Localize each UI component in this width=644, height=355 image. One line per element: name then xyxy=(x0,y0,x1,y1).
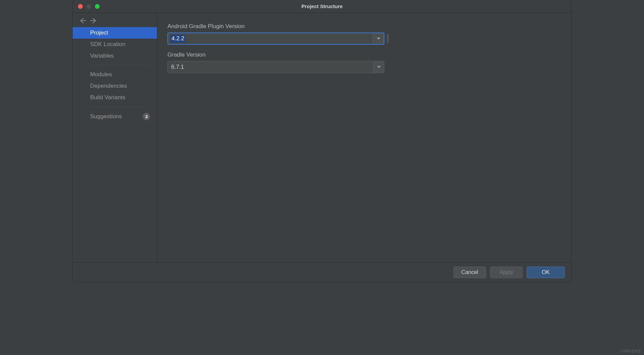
window-body: Project SDK Location Variables Modules D… xyxy=(73,13,571,262)
sidebar-item-modules[interactable]: Modules xyxy=(73,69,157,80)
sidebar-item-sdk-location[interactable]: SDK Location xyxy=(73,39,157,50)
agp-version-label: Android Gradle Plugin Version xyxy=(167,23,561,30)
sidebar-divider xyxy=(90,65,150,65)
gradle-version-combobox[interactable] xyxy=(167,61,384,73)
sidebar-item-suggestions[interactable]: Suggestions 3 xyxy=(73,110,157,123)
agp-version-combobox[interactable]: 4.2.2 xyxy=(167,33,384,45)
sidebar-item-dependencies[interactable]: Dependencies xyxy=(73,80,157,92)
gradle-version-dropdown-arrow[interactable] xyxy=(373,61,384,73)
sidebar-item-label: Dependencies xyxy=(90,83,127,89)
sidebar-item-label: SDK Location xyxy=(90,41,125,48)
content-panel: Android Gradle Plugin Version 4.2.2 Grad… xyxy=(157,13,571,262)
agp-version-dropdown-arrow[interactable] xyxy=(373,33,384,44)
agp-version-row: 4.2.2 xyxy=(167,33,561,45)
ok-button[interactable]: OK xyxy=(527,267,565,278)
sidebar-item-label: Suggestions xyxy=(90,113,122,120)
chevron-down-icon xyxy=(377,66,381,68)
agp-version-value: 4.2.2 xyxy=(171,35,185,42)
nav-forward-icon[interactable] xyxy=(90,18,97,24)
nav-arrows xyxy=(73,13,157,27)
gradle-version-input[interactable] xyxy=(168,61,373,73)
sidebar-item-label: Variables xyxy=(90,53,114,59)
sidebar-item-build-variants[interactable]: Build Variants xyxy=(73,92,157,103)
sidebar-divider xyxy=(90,107,150,107)
titlebar: Project Structure xyxy=(73,0,571,13)
nav-back-icon[interactable] xyxy=(79,18,86,24)
traffic-lights xyxy=(73,4,100,9)
project-structure-window: Project Structure Project SDK Location xyxy=(73,0,571,282)
sidebar-item-label: Modules xyxy=(90,71,112,78)
minimize-window-button[interactable] xyxy=(86,4,91,9)
gradle-version-label: Gradle Version xyxy=(167,51,561,58)
agp-version-input-wrap[interactable]: 4.2.2 xyxy=(168,33,373,44)
close-window-button[interactable] xyxy=(78,4,83,9)
sidebar-item-label: Build Variants xyxy=(90,94,125,101)
chevron-down-icon xyxy=(377,38,380,40)
window-title: Project Structure xyxy=(301,3,343,9)
apply-button[interactable]: Apply xyxy=(490,267,523,278)
caret-indicator xyxy=(387,34,388,43)
maximize-window-button[interactable] xyxy=(95,4,100,9)
sidebar-list: Project SDK Location Variables Modules D… xyxy=(73,27,157,123)
sidebar-item-variables[interactable]: Variables xyxy=(73,50,157,62)
cancel-button[interactable]: Cancel xyxy=(454,267,486,278)
gradle-version-row xyxy=(167,61,561,73)
suggestions-badge: 3 xyxy=(143,113,150,120)
sidebar-item-project[interactable]: Project xyxy=(73,27,157,39)
watermark: CSDN @郑宝 xyxy=(621,349,641,354)
footer: Cancel Apply OK xyxy=(73,262,571,282)
sidebar: Project SDK Location Variables Modules D… xyxy=(73,13,157,262)
sidebar-item-label: Project xyxy=(90,29,108,36)
